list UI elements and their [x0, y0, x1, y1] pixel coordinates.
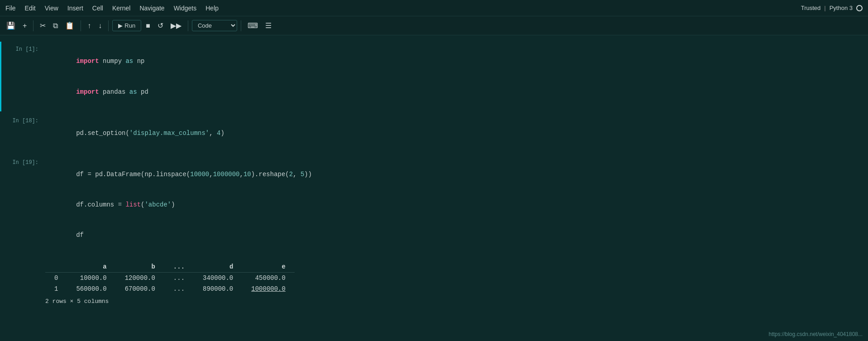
table-meta: 2 rows × 5 columns	[45, 298, 868, 305]
code-text: )	[171, 201, 175, 208]
notebook: In [1]: import numpy as np import pandas…	[0, 35, 868, 341]
menu-kernel[interactable]: Kernel	[112, 5, 130, 12]
kernel-status: Trusted | Python 3	[801, 5, 863, 11]
code-line-3: pd.set_option('display.max_columns', 4)	[46, 118, 864, 148]
kernel-name: Python 3	[830, 5, 853, 11]
menu-edit[interactable]: Edit	[25, 5, 36, 12]
copy-button[interactable]: ⧉	[50, 20, 61, 32]
table-cell-0-d: 340000.0	[194, 273, 242, 284]
restart-run-button[interactable]: ▶▶	[168, 19, 184, 32]
code-text: ).reshape(	[251, 171, 289, 178]
code-string: 'abcde'	[144, 201, 171, 208]
keyword-as-2: as	[129, 88, 137, 96]
code-number: 10	[243, 171, 251, 178]
keyboard-button[interactable]: ⌨	[245, 19, 261, 32]
trusted-label: Trusted	[801, 5, 821, 11]
table-row: 0 10000.0 120000.0 ... 340000.0 450000.0	[45, 273, 295, 284]
table-header-ellipsis: ...	[164, 261, 194, 273]
run-label: Run	[124, 22, 135, 29]
code-text: np	[133, 58, 144, 65]
keyword-import: import	[76, 58, 99, 65]
code-text: pandas	[99, 88, 129, 96]
cell-type-select[interactable]: Code Markdown Raw	[192, 20, 237, 31]
divider-5	[241, 20, 241, 31]
code-number: 10000	[190, 171, 209, 178]
cell-2-label: In [18]:	[1, 115, 42, 151]
table-cell-0-a: 10000.0	[67, 273, 115, 284]
divider-line: |	[824, 5, 825, 11]
table-cell-1-e-link[interactable]: 1000000.0	[242, 283, 295, 294]
table-row: 1 560000.0 670000.0 ... 890000.0 1000000…	[45, 283, 295, 294]
cell-1-content[interactable]: import numpy as np import pandas as pd	[42, 43, 868, 110]
bottom-url: https://blog.csdn.net/weixin_4041808...	[769, 331, 863, 337]
divider-2	[81, 20, 81, 31]
kernel-circle-icon	[856, 5, 863, 11]
cell-1-label: In [1]:	[1, 43, 42, 110]
table-cell-0-e: 450000.0	[242, 273, 295, 284]
output-area: a b ... d e 0 10000.0 120000.0 ... 34000…	[41, 257, 868, 309]
table-cell-1-b: 670000.0	[116, 283, 164, 294]
menu-help[interactable]: Help	[205, 5, 219, 12]
table-cell-0-b: 120000.0	[116, 273, 164, 284]
table-header-e: e	[242, 261, 295, 273]
code-line-2: import pandas as pd	[46, 77, 864, 107]
code-text: ,	[209, 171, 213, 178]
menu-file[interactable]: File	[5, 5, 16, 12]
cell-3-label: In [19]:	[1, 157, 42, 254]
code-text: df.columns =	[76, 201, 125, 208]
code-text: )	[221, 130, 224, 137]
cut-button[interactable]: ✂	[37, 19, 48, 32]
divider-4	[188, 20, 188, 31]
code-text: numpy	[99, 58, 126, 65]
code-number: 1000000	[213, 171, 240, 178]
table-cell-idx-0: 0	[45, 273, 67, 284]
menu-widgets[interactable]: Widgets	[174, 5, 197, 12]
table-cell-0-ellipsis: ...	[164, 273, 194, 284]
cell-3[interactable]: In [19]: df = pd.DataFrame(np.linspace(1…	[0, 155, 868, 255]
cell-1[interactable]: In [1]: import numpy as np import pandas…	[0, 42, 868, 111]
move-up-button[interactable]: ↑	[85, 20, 94, 32]
table-cell-1-a: 560000.0	[67, 283, 115, 294]
menu-insert[interactable]: Insert	[67, 5, 83, 12]
code-text: ,	[240, 171, 243, 178]
table-header-a: a	[67, 261, 115, 273]
code-text: ))	[304, 171, 312, 178]
code-text: pd.set_option(	[76, 130, 129, 137]
paste-button[interactable]: 📋	[62, 19, 77, 32]
table-header-d: d	[194, 261, 242, 273]
code-text: ,	[209, 130, 217, 137]
code-line-6: df	[46, 220, 864, 250]
table-cell-idx-1: 1	[45, 283, 67, 294]
divider-1	[33, 20, 33, 31]
code-number: 4	[217, 130, 220, 137]
menu-icon-button[interactable]: ☰	[262, 19, 274, 32]
cell-3-content[interactable]: df = pd.DataFrame(np.linspace(10000,1000…	[42, 157, 868, 254]
code-line-5: df.columns = list('abcde')	[46, 190, 864, 220]
table-header-idx	[45, 261, 67, 273]
code-text: ,	[293, 171, 300, 178]
cell-2-content[interactable]: pd.set_option('display.max_columns', 4)	[42, 115, 868, 151]
move-down-button[interactable]: ↓	[95, 20, 105, 32]
menu-bar: File Edit View Insert Cell Kernel Naviga…	[0, 0, 868, 16]
menu-view[interactable]: View	[45, 5, 58, 12]
keyword-as: as	[125, 58, 133, 65]
code-text: df = pd.DataFrame(np.linspace(	[76, 171, 190, 178]
stop-button[interactable]: ■	[143, 20, 153, 32]
code-line-1: import numpy as np	[46, 46, 864, 77]
cell-2[interactable]: In [18]: pd.set_option('display.max_colu…	[0, 113, 868, 153]
restart-button[interactable]: ↺	[155, 19, 166, 32]
run-button[interactable]: ▶ Run	[112, 20, 141, 31]
code-number: 2	[289, 171, 293, 178]
save-button[interactable]: 💾	[4, 19, 18, 32]
keyword-list: list	[125, 201, 141, 208]
keyword-import-2: import	[76, 88, 99, 96]
table-header-row: a b ... d e	[45, 261, 295, 273]
dataframe-table: a b ... d e 0 10000.0 120000.0 ... 34000…	[45, 261, 295, 294]
table-cell-1-d: 890000.0	[194, 283, 242, 294]
code-string: 'display.max_columns'	[129, 130, 209, 137]
menu-navigate[interactable]: Navigate	[139, 5, 164, 12]
menu-cell[interactable]: Cell	[92, 5, 103, 12]
table-header-b: b	[116, 261, 164, 273]
add-cell-button[interactable]: +	[20, 20, 29, 32]
code-text: pd	[137, 88, 148, 96]
